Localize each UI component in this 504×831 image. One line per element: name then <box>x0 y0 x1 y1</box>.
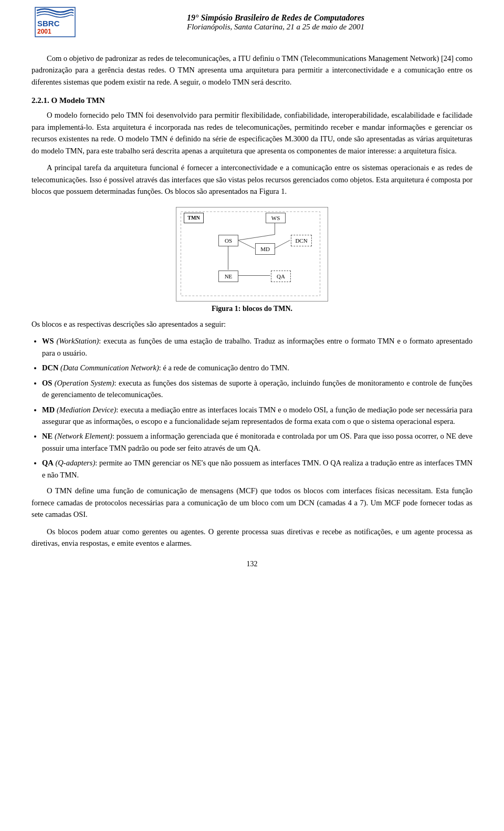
intro-paragraph: Com o objetivo de padronizar as redes de… <box>32 53 472 88</box>
page: SBRC 2001 19° Simpósio Brasileiro de Red… <box>0 0 504 831</box>
bullet-dcn-text: : é a rede de comunicação dentro do TMN. <box>159 363 289 372</box>
bullet-dcn-label: DCN <box>42 363 58 372</box>
bullet-dcn-italic: (Data Communication Network) <box>60 363 159 372</box>
bullet-qa-text: : permite ao TMN gerenciar os NE's que n… <box>42 459 472 479</box>
ws-box: WS <box>266 213 286 223</box>
after-figure-text: Os blocos e as respectivas descrições sã… <box>32 318 472 330</box>
title-line1: 19° Simpósio Brasileiro de Redes de Comp… <box>79 13 472 23</box>
bullet-md-label: MD <box>42 406 55 414</box>
svg-text:SBRC: SBRC <box>37 19 60 28</box>
header-title: 19° Simpósio Brasileiro de Redes de Comp… <box>79 13 472 32</box>
figure-caption: Figura 1: blocos do TMN. <box>212 305 292 313</box>
ne-box: NE <box>218 271 238 282</box>
bullet-os-label: OS <box>42 379 52 387</box>
header: SBRC 2001 19° Simpósio Brasileiro de Red… <box>32 0 472 43</box>
md-box: MD <box>255 243 275 255</box>
para3: O TMN define uma função de comunicação d… <box>32 485 472 520</box>
logo-svg: SBRC 2001 <box>34 6 76 38</box>
bullet-os: OS (Operation System): executa as funçõe… <box>42 377 472 401</box>
bullet-ne-label: NE <box>42 432 52 440</box>
dcn-box: DCN <box>291 235 312 246</box>
bullet-list: WS (WorkStation): executa as funções de … <box>42 335 472 481</box>
bullet-os-italic: (Operation System) <box>55 379 114 387</box>
tmn-label-box: TMN <box>184 213 204 223</box>
bullet-ws: WS (WorkStation): executa as funções de … <box>42 335 472 359</box>
logo: SBRC 2001 <box>32 6 79 38</box>
os-box: OS <box>218 235 238 246</box>
svg-line-6 <box>238 240 255 248</box>
qa-box: QA <box>271 271 291 282</box>
bullet-md-italic: (Mediation Device) <box>57 406 116 414</box>
svg-text:2001: 2001 <box>37 28 51 35</box>
section-heading: 2.2.1. O Modelo TMN <box>32 96 472 105</box>
svg-line-7 <box>275 240 290 248</box>
page-number: 132 <box>247 560 258 568</box>
title-line2: Florianópolis, Santa Catarina, 21 a 25 d… <box>79 23 472 32</box>
svg-rect-3 <box>181 212 320 296</box>
bullet-md: MD (Mediation Device): executa a mediaçã… <box>42 404 472 428</box>
bullet-ws-text: : executa as funções de uma estação de t… <box>42 337 472 357</box>
para4: Os blocos podem atuar como gerentes ou a… <box>32 526 472 549</box>
bullet-ne-italic: (Network Element) <box>55 432 112 440</box>
bullet-dcn: DCN (Data Communication Network): é a re… <box>42 362 472 373</box>
figure-container: TMN WS OS MD DCN NE QA <box>32 207 472 313</box>
para2: A principal tarefa da arquitetura funcio… <box>32 162 472 197</box>
bullet-ws-label: WS <box>42 337 54 345</box>
tmn-diagram: TMN WS OS MD DCN NE QA <box>176 207 328 302</box>
bullet-ne: NE (Network Element): possuem a informaç… <box>42 430 472 454</box>
para1: O modelo fornecido pelo TMN foi desenvol… <box>32 109 472 157</box>
page-footer: 132 <box>32 560 472 568</box>
bullet-ws-italic: (WorkStation) <box>56 337 99 345</box>
bullet-qa-italic: (Q-adapters) <box>56 459 96 467</box>
svg-line-5 <box>238 234 275 240</box>
bullet-qa: QA (Q-adapters): permite ao TMN gerencia… <box>42 457 472 481</box>
bullet-qa-label: QA <box>42 459 54 467</box>
